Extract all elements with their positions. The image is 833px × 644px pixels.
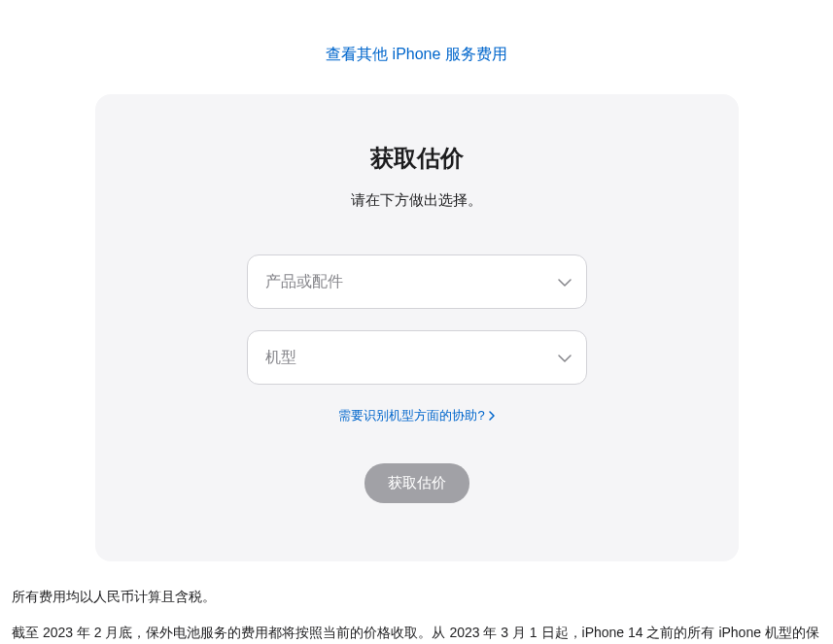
card-subtitle: 请在下方做出选择。: [134, 191, 700, 210]
fee-note-currency: 所有费用均以人民币计算且含税。: [0, 581, 833, 612]
other-services-link[interactable]: 查看其他 iPhone 服务费用: [326, 46, 507, 62]
select-model-wrap: 机型: [247, 330, 587, 385]
select-product-wrap: 产品或配件: [247, 254, 587, 309]
fee-note-price-change-text: 截至 2023 年 2 月底，保外电池服务的费用都将按照当前的价格收取。从 20…: [12, 625, 819, 644]
top-link-container: 查看其他 iPhone 服务费用: [0, 0, 833, 94]
select-model[interactable]: 机型: [247, 330, 587, 385]
help-link-text: 需要识别机型方面的协助?: [338, 407, 484, 424]
fee-note-price-change: 截至 2023 年 2 月底，保外电池服务的费用都将按照当前的价格收取。从 20…: [0, 612, 833, 644]
select-product[interactable]: 产品或配件: [247, 254, 587, 309]
card-title: 获取估价: [134, 143, 700, 174]
estimate-card: 获取估价 请在下方做出选择。 产品或配件 机型 需要识别机型方面的协助? 获取估…: [95, 94, 739, 561]
identify-model-help-link[interactable]: 需要识别机型方面的协助?: [338, 407, 494, 424]
chevron-right-icon: [489, 409, 495, 424]
get-estimate-button[interactable]: 获取估价: [364, 463, 469, 503]
